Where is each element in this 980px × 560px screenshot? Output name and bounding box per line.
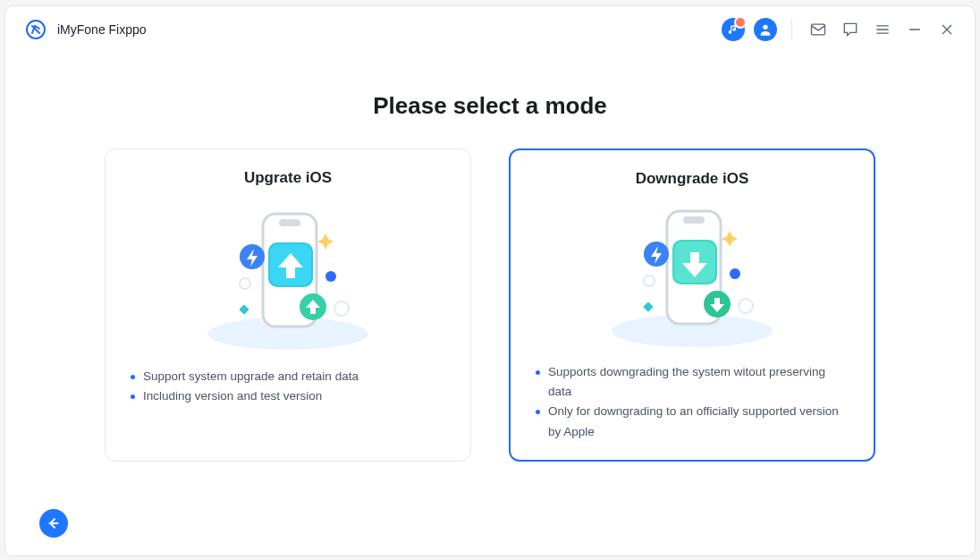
back-button[interactable] bbox=[39, 509, 68, 538]
card-downgrade-bullets: Supports downgrading the system witout p… bbox=[536, 362, 849, 442]
card-downgrade-title: Downgrade iOS bbox=[636, 170, 749, 188]
mail-icon[interactable] bbox=[807, 18, 830, 41]
card-upgrade[interactable]: Upgrate iOS bbox=[105, 148, 471, 462]
minimize-icon[interactable] bbox=[903, 18, 926, 41]
card-upgrade-bullets: Support system upgrade and retain data I… bbox=[131, 367, 445, 407]
promo-icon[interactable] bbox=[722, 18, 745, 41]
app-window: iMyFone Fixppo bbox=[4, 5, 976, 556]
divider bbox=[791, 19, 792, 40]
titlebar: iMyFone Fixppo bbox=[5, 6, 975, 53]
arrow-left-icon bbox=[46, 515, 62, 531]
svg-point-13 bbox=[334, 301, 349, 316]
svg-rect-11 bbox=[238, 302, 250, 315]
card-downgrade-illustration bbox=[536, 195, 849, 355]
app-title: iMyFone Fixppo bbox=[57, 22, 147, 37]
app-logo-icon bbox=[25, 19, 46, 40]
content: Please select a mode Upgrate iOS bbox=[5, 53, 975, 556]
menu-icon[interactable] bbox=[871, 18, 894, 41]
bullet: Supports downgrading the system witout p… bbox=[536, 362, 849, 403]
bullet: Including version and test version bbox=[131, 386, 445, 406]
bullet: Only for downgrading to an officially su… bbox=[536, 402, 849, 442]
card-downgrade[interactable]: Downgrade iOS bbox=[509, 148, 875, 462]
feedback-icon[interactable] bbox=[839, 18, 862, 41]
svg-point-24 bbox=[739, 299, 753, 313]
mode-cards: Upgrate iOS bbox=[105, 148, 875, 462]
svg-point-23 bbox=[644, 276, 655, 286]
svg-point-10 bbox=[325, 271, 336, 282]
svg-rect-2 bbox=[812, 24, 825, 35]
svg-point-21 bbox=[730, 268, 740, 279]
titlebar-actions bbox=[722, 18, 959, 41]
card-upgrade-title: Upgrate iOS bbox=[244, 169, 332, 187]
svg-point-1 bbox=[763, 25, 767, 30]
svg-rect-22 bbox=[642, 301, 655, 313]
account-icon[interactable] bbox=[754, 18, 777, 41]
card-upgrade-illustration bbox=[131, 194, 445, 360]
page-title: Please select a mode bbox=[373, 92, 607, 120]
svg-point-12 bbox=[240, 278, 250, 289]
svg-rect-5 bbox=[279, 219, 300, 226]
close-icon[interactable] bbox=[935, 18, 959, 41]
bullet: Support system upgrade and retain data bbox=[131, 367, 445, 386]
svg-rect-16 bbox=[683, 216, 705, 224]
